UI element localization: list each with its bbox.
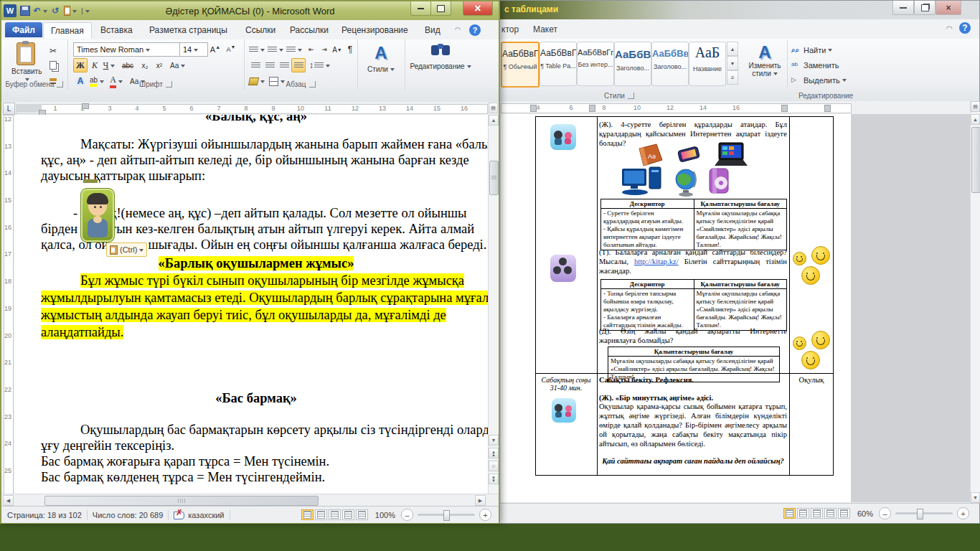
tab-view[interactable]: Вид <box>418 22 448 37</box>
word-window-front[interactable]: W ↶ ↺ | Әдістер ҚОЙМАСЫ (0) - Microsoft … <box>0 0 500 524</box>
outline-view-icon[interactable] <box>342 509 354 520</box>
zoom-level[interactable]: 60% <box>857 509 873 518</box>
scrollbar-thumb[interactable] <box>44 496 319 506</box>
select-browse-object-icon[interactable]: ○ <box>489 461 499 471</box>
table-column-marker[interactable] <box>530 105 537 112</box>
vertical-ruler[interactable]: 1213141516171819202122232425 <box>1 115 14 494</box>
decrease-indent-icon[interactable]: ⇤ <box>304 42 319 57</box>
gallery-up-icon[interactable]: ▴ <box>727 42 738 56</box>
tab-maket[interactable]: Макет <box>527 22 563 37</box>
zoom-slider[interactable] <box>895 512 953 514</box>
table-column-marker[interactable] <box>781 105 788 112</box>
shrink-font-icon[interactable]: А▼ <box>224 42 238 57</box>
scrollbar-thumb[interactable] <box>489 161 499 195</box>
table-column-marker[interactable] <box>589 105 595 112</box>
collapse-ribbon-icon[interactable]: ◠ <box>941 22 958 34</box>
first-line-indent-marker[interactable] <box>82 103 89 109</box>
align-center-icon[interactable] <box>263 58 277 72</box>
zoom-slider[interactable] <box>418 514 475 516</box>
tab-mailings[interactable]: Рассылки <box>283 22 336 37</box>
sort-icon[interactable]: А▼ <box>330 42 344 57</box>
editing-button[interactable]: Редактирование <box>405 44 476 70</box>
justify-icon[interactable] <box>291 58 306 72</box>
ruler-toggle-icon[interactable]: ▤ <box>971 101 980 112</box>
font-name-select[interactable]: Times New Roman <box>73 42 181 57</box>
spellcheck-icon[interactable]: ✗ <box>174 510 184 519</box>
help-icon[interactable]: ? <box>959 22 971 34</box>
vertical-scrollbar[interactable]: ▤ ▲ ▼ <box>970 101 980 503</box>
scroll-down-icon[interactable]: ▼ <box>971 492 980 503</box>
replace-button[interactable]: abЗаменить <box>791 58 859 72</box>
zoom-out-icon[interactable]: – <box>401 509 413 521</box>
draft-view-icon[interactable] <box>356 509 368 520</box>
document-page[interactable]: (Ж). 4-суретте берілген құралдарды атаңд… <box>501 114 851 502</box>
scroll-right-icon[interactable]: ▶ <box>475 495 486 506</box>
tab-page-layout[interactable]: Разметка страницы <box>142 22 235 37</box>
style-heading1[interactable]: АаБбВЗаголово... <box>614 42 651 86</box>
table-column-marker[interactable] <box>824 105 831 112</box>
vertical-scrollbar[interactable]: ▲ ▼ ▲▲ ○ ▼▼ <box>488 115 499 494</box>
help-icon[interactable]: ? <box>469 24 481 36</box>
page-indicator[interactable]: Страница: 18 из 102 <box>7 511 82 519</box>
select-button[interactable]: ▷Выделить <box>791 73 859 87</box>
paste-options-button[interactable]: (Ctrl) <box>106 242 147 257</box>
web-view-icon[interactable] <box>811 508 823 519</box>
zoom-slider-thumb[interactable] <box>443 510 450 521</box>
dialog-launcher-icon[interactable] <box>166 81 172 88</box>
tab-file[interactable]: Файл <box>5 22 42 37</box>
change-styles-button[interactable]: A Изменитьстили <box>744 43 786 77</box>
style-table-paragraph[interactable]: АаБбВвГ¶ Table Pa... <box>540 42 577 86</box>
numbering-icon[interactable] <box>267 42 284 57</box>
subscript-button[interactable]: x₂ <box>138 58 152 72</box>
previous-page-icon[interactable]: ▲▲ <box>489 448 499 458</box>
horizontal-ruler[interactable]: L 12345678910111213141516 ▤ <box>1 102 499 115</box>
zoom-in-icon[interactable]: + <box>479 509 491 521</box>
multilevel-list-icon[interactable] <box>286 42 303 57</box>
scroll-up-icon[interactable]: ▲ <box>971 114 980 125</box>
line-spacing-icon[interactable]: ↕ <box>308 58 331 72</box>
save-icon[interactable] <box>19 4 32 17</box>
gallery-down-icon[interactable]: ▾ <box>727 56 738 70</box>
style-normal[interactable]: АаБбВвГ¶ Обычный <box>501 42 540 88</box>
zoom-slider-thumb[interactable] <box>917 509 923 519</box>
undo-icon[interactable]: ↶ <box>34 4 47 17</box>
scroll-down-icon[interactable]: ▼ <box>489 435 499 446</box>
bold-button[interactable]: Ж <box>73 58 88 72</box>
style-heading2[interactable]: АаБбВвЗаголово... <box>651 42 689 86</box>
gallery-more-icon[interactable]: ≡ <box>727 70 738 85</box>
style-no-spacing[interactable]: АаБбВвГг,Без интер... <box>577 42 614 86</box>
styles-button[interactable]: A Стили <box>357 44 405 73</box>
restore-button[interactable] <box>914 1 936 15</box>
minimize-button[interactable] <box>892 1 914 15</box>
copy-icon[interactable] <box>46 58 60 72</box>
horizontal-ruler[interactable]: 46810121416 <box>496 101 979 114</box>
cut-icon[interactable]: ✂ <box>46 44 60 58</box>
quick-paste-icon[interactable] <box>64 4 77 17</box>
zoom-out-icon[interactable]: – <box>879 507 891 519</box>
next-page-icon[interactable]: ▼▼ <box>489 474 499 484</box>
dialog-launcher-icon[interactable] <box>628 93 634 99</box>
close-button[interactable]: × <box>936 1 961 15</box>
word-count[interactable]: Число слов: 20 689 <box>93 511 163 519</box>
scroll-left-icon[interactable]: ◀ <box>3 495 14 506</box>
collapse-ribbon-icon[interactable]: ◠ <box>455 26 461 33</box>
draft-view-icon[interactable] <box>838 508 850 519</box>
scroll-up-icon[interactable]: ▲ <box>489 115 499 126</box>
dialog-launcher-icon[interactable] <box>57 81 63 88</box>
align-left-icon[interactable] <box>248 58 263 72</box>
redo-icon[interactable]: ↺ <box>49 4 62 17</box>
close-button[interactable]: × <box>463 1 493 16</box>
print-layout-view-icon[interactable] <box>783 508 796 519</box>
title-bar[interactable]: W ↶ ↺ | Әдістер ҚОЙМАСЫ (0) - Microsoft … <box>1 1 499 20</box>
horizontal-scrollbar[interactable]: ◀ ▶ <box>1 494 499 507</box>
find-button[interactable]: ⌕⌕Найти <box>791 43 859 57</box>
fullscreen-view-icon[interactable] <box>315 509 327 520</box>
font-size-select[interactable]: 14 <box>179 42 208 57</box>
tab-references[interactable]: Ссылки <box>238 22 283 37</box>
style-title[interactable]: АаБНазвание <box>689 42 726 86</box>
align-right-icon[interactable] <box>277 58 291 72</box>
tab-konstruktor[interactable]: ктор <box>496 22 524 37</box>
zoom-in-icon[interactable]: + <box>957 507 969 519</box>
underline-button[interactable]: Ч <box>102 58 116 72</box>
tab-insert[interactable]: Вставка <box>93 22 140 37</box>
